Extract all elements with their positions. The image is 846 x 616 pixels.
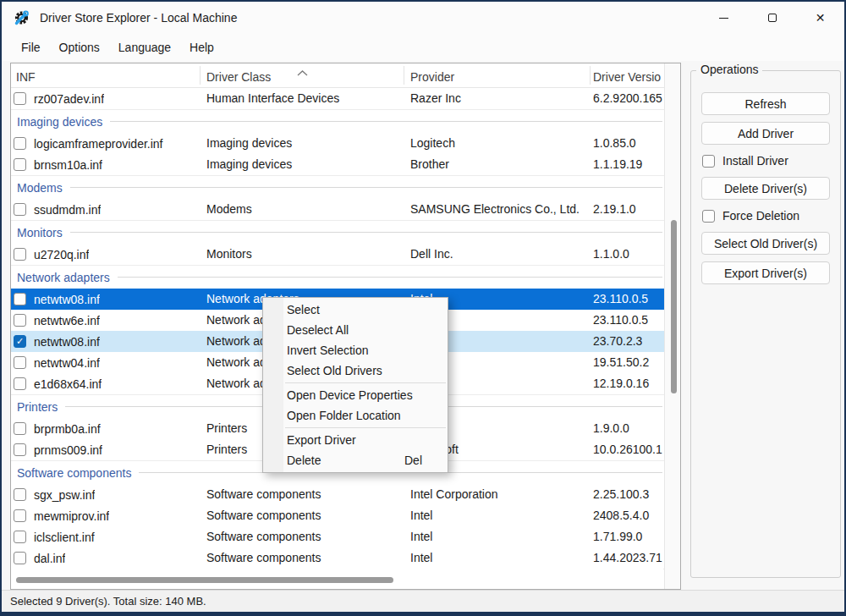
driver-row[interactable]: logicamframeprovider.infImaging devicesL… xyxy=(11,133,664,154)
row-checkbox[interactable] xyxy=(14,248,26,261)
driver-provider-cell: Intel xyxy=(410,505,587,526)
driver-row[interactable]: brnsm10a.infImaging devicesBrother1.1.19… xyxy=(11,154,664,175)
driver-row[interactable]: mewmiprov.infSoftware componentsIntel240… xyxy=(11,505,664,526)
row-checkbox[interactable] xyxy=(14,488,26,501)
menu-item-label: Open Device Properties xyxy=(287,388,413,402)
driver-class-cell: Modems xyxy=(206,199,404,220)
menu-item-label: Export Driver xyxy=(287,433,356,447)
force-deletion-checkbox-row[interactable]: Force Deletion xyxy=(702,209,840,223)
row-checkbox[interactable] xyxy=(14,356,26,369)
vertical-scrollbar[interactable] xyxy=(664,63,680,589)
menu-item-label: Open Folder Location xyxy=(287,409,401,422)
row-checkbox[interactable] xyxy=(14,314,26,327)
row-checkbox[interactable] xyxy=(14,92,26,105)
driver-provider-cell: Intel Corporation xyxy=(410,484,587,505)
column-header-inf[interactable]: INF xyxy=(16,63,194,88)
minimize-icon xyxy=(719,18,728,19)
driver-row[interactable]: u2720q.infMonitorsDell Inc.1.1.0.0 xyxy=(11,244,664,265)
menu-item-label: Select xyxy=(287,303,320,316)
window-controls: ✕ xyxy=(700,2,844,34)
refresh-button[interactable]: Refresh xyxy=(701,92,830,115)
driver-version-cell: 23.110.0.5 xyxy=(593,310,664,331)
driver-inf-name: ssudmdm.inf xyxy=(34,203,101,217)
driver-inf-name: dal.inf xyxy=(34,552,65,565)
horizontal-scroll-thumb[interactable] xyxy=(16,577,393,583)
horizontal-scrollbar[interactable] xyxy=(11,569,663,589)
install-driver-checkbox-label: Install Driver xyxy=(722,154,788,168)
context-menu-item-select[interactable]: Select xyxy=(263,300,448,320)
context-menu-item-delete[interactable]: DeleteDel xyxy=(263,450,448,470)
delete-driver-s-button[interactable]: Delete Driver(s) xyxy=(701,177,830,200)
driver-provider-cell: Intel xyxy=(410,547,587,569)
driver-row[interactable]: iclsclient.infSoftware componentsIntel1.… xyxy=(11,526,664,547)
context-menu-item-export-driver[interactable]: Export Driver xyxy=(263,430,448,450)
row-checkbox[interactable] xyxy=(14,531,26,543)
menu-separator-line xyxy=(285,427,446,428)
context-menu-item-invert-selection[interactable]: Invert Selection xyxy=(263,340,448,360)
driver-version-cell: 1.44.2023.71 xyxy=(593,547,664,569)
context-menu-item-open-device-properties[interactable]: Open Device Properties xyxy=(263,385,448,405)
add-driver-button[interactable]: Add Driver xyxy=(701,122,830,145)
driver-row[interactable]: ssudmdm.infModemsSAMSUNG Electronics Co.… xyxy=(11,199,664,220)
menubar-item-file[interactable]: File xyxy=(12,36,50,58)
driver-group-row[interactable]: Monitors xyxy=(11,220,664,244)
menu-item-label: Invert Selection xyxy=(287,344,369,357)
row-checkbox[interactable] xyxy=(14,293,26,305)
status-bar: Selected 9 Driver(s). Total size: 140 MB… xyxy=(2,590,844,612)
driver-class-cell: Imaging devices xyxy=(206,133,404,154)
row-checkbox[interactable] xyxy=(14,158,26,171)
status-text: Selected 9 Driver(s). Total size: 140 MB… xyxy=(10,595,206,608)
row-checkbox[interactable] xyxy=(14,422,26,435)
driver-inf-name: sgx_psw.inf xyxy=(34,488,95,502)
install-driver-checkbox-row[interactable]: Install Driver xyxy=(702,154,840,168)
row-checkbox[interactable] xyxy=(14,137,26,150)
group-divider-line xyxy=(70,187,662,188)
row-checkbox[interactable] xyxy=(14,203,26,216)
minimize-button[interactable] xyxy=(700,2,748,34)
driver-version-cell: 2408.5.4.0 xyxy=(593,505,664,526)
driver-version-cell: 1.1.0.0 xyxy=(593,244,664,265)
row-checkbox[interactable] xyxy=(14,552,26,564)
driver-row[interactable]: rz007adev.infHuman Interface DevicesRaze… xyxy=(11,88,664,109)
context-menu-item-open-folder-location[interactable]: Open Folder Location xyxy=(263,405,448,426)
context-menu-item-select-old-drivers[interactable]: Select Old Drivers xyxy=(263,360,448,381)
select-old-driver-s-button[interactable]: Select Old Driver(s) xyxy=(701,232,830,255)
driver-class-cell: Software components xyxy=(206,505,404,526)
row-checkbox[interactable] xyxy=(14,509,26,522)
driver-group-row[interactable]: Modems xyxy=(11,175,664,199)
column-header-driver-versio[interactable]: Driver Versio xyxy=(593,63,664,88)
menu-separator-line xyxy=(285,382,446,383)
window-title: Driver Store Explorer - Local Machine xyxy=(40,11,237,25)
driver-version-cell: 23.70.2.3 xyxy=(593,331,664,352)
driver-row[interactable]: sgx_psw.infSoftware componentsIntel Corp… xyxy=(11,484,664,505)
menubar-item-options[interactable]: Options xyxy=(50,36,109,58)
group-divider-line xyxy=(70,232,662,233)
row-checkbox[interactable] xyxy=(14,443,26,456)
driver-group-row[interactable]: Imaging devices xyxy=(11,109,664,133)
menubar-item-language[interactable]: Language xyxy=(109,36,180,58)
install-driver-checkbox[interactable] xyxy=(702,155,715,168)
group-label: Printers xyxy=(17,400,58,414)
row-checkbox[interactable]: ✓ xyxy=(14,335,26,348)
driver-version-cell: 1.0.85.0 xyxy=(593,133,664,154)
export-driver-s-button[interactable]: Export Driver(s) xyxy=(701,261,830,284)
group-label: Software components xyxy=(17,466,131,480)
driver-provider-cell: Logitech xyxy=(410,133,587,154)
menubar-item-help[interactable]: Help xyxy=(180,36,223,58)
column-header-provider[interactable]: Provider xyxy=(410,63,584,88)
driver-group-row[interactable]: Network adapters xyxy=(11,265,664,289)
maximize-button[interactable] xyxy=(748,2,796,34)
close-button[interactable]: ✕ xyxy=(796,2,844,34)
row-checkbox[interactable] xyxy=(14,377,26,390)
vertical-scroll-thumb[interactable] xyxy=(671,220,677,393)
operations-title: Operations xyxy=(696,63,762,76)
app-icon xyxy=(14,9,30,26)
driver-class-cell: Software components xyxy=(206,547,404,569)
menu-item-label: Select Old Drivers xyxy=(287,364,382,377)
driver-inf-name: netwtw08.inf xyxy=(34,293,100,306)
driver-row[interactable]: dal.infSoftware componentsIntel1.44.2023… xyxy=(11,547,664,569)
operations-panel: Operations RefreshAdd DriverInstall Driv… xyxy=(690,70,841,578)
driver-inf-name: logicamframeprovider.inf xyxy=(34,137,163,151)
force-deletion-checkbox[interactable] xyxy=(702,210,715,223)
context-menu-item-deselect-all[interactable]: Deselect All xyxy=(263,320,448,340)
